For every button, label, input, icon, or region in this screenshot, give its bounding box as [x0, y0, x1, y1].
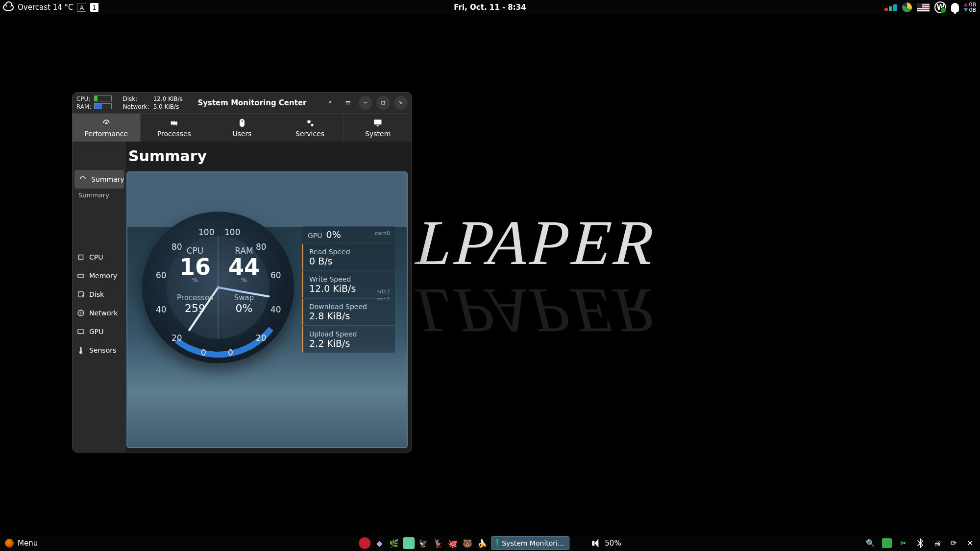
sidebar-item-memory[interactable]: Memory: [73, 266, 126, 285]
info-disk-read: Read Speed 0 B/s: [302, 244, 395, 270]
info-gpu-value: 0%: [326, 229, 341, 240]
svg-point-2: [307, 120, 311, 123]
bottom-panel: Menu ◆ 🌿 🦅 🦌 🐙 🐻 🍌 System Monitori... 50…: [0, 535, 980, 551]
close-session-icon[interactable]: ✕: [965, 538, 975, 548]
tray-app-icon-9[interactable]: 🍌: [476, 537, 488, 549]
sidebar-item-cpu[interactable]: CPU: [73, 248, 126, 266]
menu-button[interactable]: Menu: [0, 535, 43, 551]
sidebar-item-sensors[interactable]: Sensors: [73, 341, 126, 359]
svg-rect-4: [374, 120, 382, 124]
tab-processes[interactable]: Processes: [141, 114, 209, 142]
titlebar[interactable]: CPU: RAM: Disk: 12.0 KiB/s Network: 5.0 …: [73, 93, 412, 113]
gauge-cpu-value: 16: [171, 256, 220, 278]
sidebar-item-network[interactable]: Network: [73, 304, 126, 322]
tray-app-icon-2[interactable]: ◆: [373, 537, 385, 549]
weather-text[interactable]: Overcast 14 °C: [18, 3, 73, 12]
gauge-ram-value: 44: [220, 256, 269, 278]
disk-icon: [76, 290, 85, 299]
titlebar-ram-label: RAM:: [76, 103, 91, 110]
sidebar-item-gpu[interactable]: GPU: [73, 322, 126, 341]
info-write-label: Write Speed: [309, 275, 389, 283]
app-settings-button[interactable]: [323, 96, 337, 110]
info-read-value: 0 B/s: [309, 256, 389, 266]
tray-app-icon-4[interactable]: [403, 537, 415, 549]
workspace-letter[interactable]: A: [77, 3, 86, 12]
tray-icon-scissors[interactable]: ✂: [899, 538, 908, 548]
workspace-number[interactable]: 1: [90, 3, 98, 12]
tick: 100: [224, 227, 240, 237]
tab-services[interactable]: Services: [276, 114, 344, 142]
thermometer-icon: [76, 346, 85, 355]
top-panel: Overcast 14 °C A 1 Fri, Oct. 11 - 8:34 W…: [0, 0, 980, 15]
taskbar-item-system-monitoring[interactable]: System Monitori...: [491, 536, 569, 550]
tick: 20: [256, 333, 267, 343]
hamburger-menu-button[interactable]: [341, 96, 355, 110]
distro-logo-icon: [5, 539, 14, 548]
tray-icon-clipboard[interactable]: [882, 538, 892, 548]
notifications-icon[interactable]: [951, 3, 959, 12]
gauge-cpu-unit: %: [171, 276, 220, 284]
tab-processes-label: Processes: [157, 130, 191, 138]
bluetooth-icon[interactable]: [915, 538, 925, 548]
titlebar-network-label: Network:: [122, 103, 149, 110]
titlebar-ram-meter: [94, 103, 112, 109]
taskbar-item-label: System Monitori...: [502, 539, 564, 547]
tick: 40: [270, 305, 281, 314]
tray-app-icon-5[interactable]: 🦅: [417, 537, 429, 549]
maximize-button[interactable]: [376, 96, 390, 110]
tray-app-icon-8[interactable]: 🐻: [462, 537, 473, 549]
close-button[interactable]: [394, 96, 408, 110]
info-gpu-device: card0: [375, 230, 390, 237]
menu-label: Menu: [18, 539, 38, 548]
gauge-swap-label: Swap: [220, 293, 269, 302]
svg-rect-0: [364, 103, 368, 103]
content-heading: Summary: [126, 142, 412, 171]
tray-app-icon-7[interactable]: 🐙: [447, 537, 459, 549]
app-icon: [496, 539, 498, 548]
sidebar-summary-sublabel: Summary: [73, 189, 126, 199]
tray-app-icon-6[interactable]: 🦌: [432, 537, 444, 549]
search-icon[interactable]: 🔍: [865, 538, 875, 548]
svg-rect-11: [78, 330, 84, 334]
tab-system-label: System: [365, 130, 391, 138]
speaker-icon: [592, 539, 601, 548]
volume-value: 50%: [605, 539, 621, 548]
tick: 20: [172, 333, 182, 343]
clock[interactable]: Fri, Oct. 11 - 8:34: [454, 3, 526, 12]
disk-usage-pie-icon[interactable]: [902, 2, 912, 12]
info-gpu-label: GPU: [308, 232, 322, 240]
minimize-button[interactable]: [359, 96, 372, 110]
sidebar-item-disk[interactable]: Disk: [73, 285, 126, 304]
gauge-swap-value: 0%: [220, 302, 269, 314]
tray-app-icon-3[interactable]: 🌿: [388, 537, 400, 549]
network-io-indicator[interactable]: 0B 0B: [964, 2, 976, 13]
summary-canvas: 0 20 40 60 80 100 0 20 40 60 80 100: [126, 171, 408, 448]
info-download-label: Download Speed: [309, 303, 389, 311]
sidebar-item-label: CPU: [89, 253, 103, 261]
update-manager-icon[interactable]: W: [934, 1, 946, 13]
tray-app-icon-1[interactable]: [359, 537, 370, 549]
tab-performance[interactable]: Performance: [73, 114, 141, 142]
info-disk-device: sda2: [377, 288, 390, 295]
tab-users-label: Users: [232, 130, 251, 138]
tab-users[interactable]: Users: [208, 114, 276, 142]
svg-point-13: [79, 351, 82, 354]
tab-system[interactable]: System: [344, 114, 412, 142]
svg-rect-5: [377, 125, 379, 126]
chip-icon: [76, 253, 85, 262]
keyboard-layout-us-flag-icon[interactable]: [917, 3, 930, 12]
upload-arrow-icon: [964, 3, 968, 6]
info-net-upload: Upload Speed 2.2 KiB/s: [302, 326, 395, 353]
sidebar-item-summary[interactable]: Summary: [74, 170, 124, 189]
svg-rect-12: [80, 347, 82, 351]
printer-icon[interactable]: 🖨: [932, 538, 942, 548]
info-net-download: Download Speed 2.8 KiB/s: [302, 299, 395, 325]
resource-bars-indicator[interactable]: [884, 3, 897, 11]
svg-point-3: [311, 123, 313, 126]
cpu-ram-gauge: 0 20 40 60 80 100 0 20 40 60 80 100: [142, 212, 294, 363]
sidebar-item-label: Summary: [91, 175, 124, 183]
power-icon[interactable]: ⟳: [949, 538, 958, 548]
tick: 60: [270, 270, 281, 280]
volume-indicator[interactable]: 50%: [592, 539, 621, 548]
system-monitoring-center-window[interactable]: CPU: RAM: Disk: 12.0 KiB/s Network: 5.0 …: [72, 92, 412, 453]
